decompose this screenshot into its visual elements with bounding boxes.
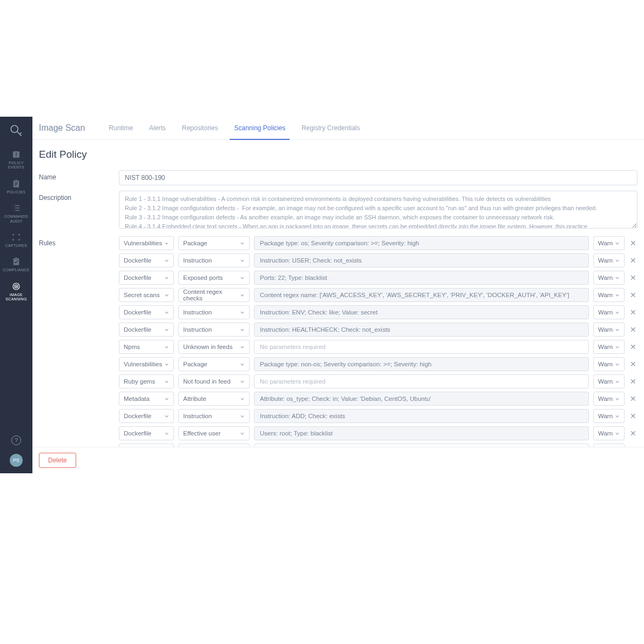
trigger-select[interactable]: Instruction	[178, 409, 250, 423]
remove-rule-button[interactable]: ✕	[629, 325, 638, 334]
chevron-down-icon	[164, 362, 169, 367]
remove-rule-button[interactable]: ✕	[629, 394, 638, 403]
description-field[interactable]	[119, 191, 638, 229]
svg-rect-7	[15, 184, 18, 184]
params-field[interactable]: Package type: non-os; Severity compariso…	[254, 357, 589, 371]
action-select[interactable]: Warn	[593, 236, 625, 250]
sidebar-item-captures[interactable]: CAPTURES	[0, 228, 32, 252]
params-field[interactable]: Attribute: os_type; Check: in; Value: 'D…	[254, 392, 589, 406]
trigger-select[interactable]: Instruction	[178, 253, 250, 267]
chevron-down-icon	[615, 362, 620, 367]
params-field[interactable]: Content regex name: ['AWS_ACCESS_KEY', '…	[254, 288, 589, 302]
remove-rule-button[interactable]: ✕	[629, 377, 638, 386]
remove-rule-button[interactable]: ✕	[629, 360, 638, 368]
remove-rule-button[interactable]: ✕	[629, 343, 638, 351]
trigger-select[interactable]: Package	[178, 236, 250, 250]
chevron-down-icon	[164, 327, 169, 332]
topbar: Image Scan RuntimeAlertsRepositoriesScan…	[32, 117, 644, 140]
action-select[interactable]: Warn	[593, 340, 625, 354]
action-select[interactable]: Warn	[593, 305, 625, 319]
sidebar-item-policy-events[interactable]: POLICY EVENTS	[0, 145, 32, 175]
main: Image Scan RuntimeAlertsRepositoriesScan…	[32, 117, 644, 473]
params-field[interactable]: No parameters required	[254, 340, 589, 354]
sidebar-item-commands-audit[interactable]: COMMANDS AUDIT	[0, 199, 32, 228]
chevron-down-icon	[615, 293, 620, 298]
remove-rule-button[interactable]: ✕	[629, 429, 638, 438]
help-icon[interactable]: ?	[11, 435, 21, 445]
remove-rule-button[interactable]: ✕	[629, 239, 638, 247]
remove-rule-button[interactable]: ✕	[629, 412, 638, 420]
chevron-down-icon	[615, 414, 620, 419]
capture-icon	[11, 232, 21, 242]
remove-rule-button[interactable]: ✕	[629, 308, 638, 317]
gate-select[interactable]: Dockerfile	[119, 426, 174, 440]
params-field[interactable]: Instruction: ADD; Check: exists	[254, 409, 589, 423]
trigger-select[interactable]: Not found in feed	[178, 374, 250, 388]
action-select[interactable]: Warn	[593, 271, 625, 285]
gate-select[interactable]: Secret scans	[119, 288, 174, 302]
params-field[interactable]: Instruction: USER; Check: not_exists	[254, 253, 589, 267]
chevron-down-icon	[615, 431, 620, 436]
trigger-select[interactable]: Content regex checks	[178, 288, 250, 302]
tab-repositories[interactable]: Repositories	[182, 117, 218, 139]
gate-select[interactable]: Vulnerabilities	[119, 236, 174, 250]
trigger-select[interactable]: Effective user	[178, 426, 250, 440]
remove-rule-button[interactable]: ✕	[629, 273, 638, 282]
svg-rect-8	[15, 185, 17, 185]
action-select[interactable]: Warn	[593, 392, 625, 406]
trigger-select[interactable]: Exposed ports	[178, 271, 250, 285]
trigger-select[interactable]: Instruction	[178, 305, 250, 319]
action-select[interactable]: Warn	[593, 374, 625, 388]
svg-rect-5	[15, 179, 18, 181]
gate-select[interactable]: Vulnerabilities	[119, 357, 174, 371]
gate-select[interactable]: Dockerfile	[119, 323, 174, 337]
trigger-select[interactable]: Package	[178, 357, 250, 371]
gate-select[interactable]: Dockerfile	[119, 409, 174, 423]
gate-select[interactable]: Dockerfile	[119, 305, 174, 319]
params-field[interactable]: Ports: 22; Type: blacklist	[254, 271, 589, 285]
chevron-down-icon	[240, 293, 245, 298]
trigger-select[interactable]: Attribute	[178, 392, 250, 406]
chevron-down-icon	[164, 310, 169, 315]
sidebar-item-compliance[interactable]: COMPLIANCE	[0, 252, 32, 277]
params-field[interactable]: Package type: os; Severity comparison: >…	[254, 236, 589, 250]
tab-runtime[interactable]: Runtime	[109, 117, 133, 139]
params-field[interactable]: Instruction: HEALTHCHECK; Check: not_exi…	[254, 323, 589, 337]
sidebar: POLICY EVENTS POLICIES COMMANDS AUDIT CA…	[0, 117, 32, 473]
chevron-down-icon	[240, 379, 245, 384]
trigger-select[interactable]: Instruction	[178, 323, 250, 337]
gate-select[interactable]: Ruby gems	[119, 374, 174, 388]
gate-select[interactable]: Npms	[119, 340, 174, 354]
action-select[interactable]: Warn	[593, 357, 625, 371]
delete-button[interactable]: Delete	[39, 453, 76, 468]
rules-label: Rules	[39, 236, 119, 247]
gate-select[interactable]: Metadata	[119, 392, 174, 406]
action-select[interactable]: Warn	[593, 323, 625, 337]
chevron-down-icon	[615, 379, 620, 384]
sidebar-item-policies[interactable]: POLICIES	[0, 175, 32, 199]
sidebar-label: IMAGE SCANNING	[1, 293, 31, 302]
action-select[interactable]: Warn	[593, 426, 625, 440]
rule-row: VulnerabilitiesPackagePackage type: os; …	[119, 236, 638, 250]
chevron-down-icon	[615, 310, 620, 315]
action-select[interactable]: Warn	[593, 409, 625, 423]
gate-select[interactable]: Dockerfile	[119, 271, 174, 285]
footer: Delete	[32, 447, 644, 473]
gate-select[interactable]: Dockerfile	[119, 253, 174, 267]
rule-row: DockerfileInstructionInstruction: USER; …	[119, 253, 638, 267]
params-field[interactable]: No parameters required	[254, 374, 589, 388]
params-field[interactable]: Instruction: ENV; Check: like; Value: se…	[254, 305, 589, 319]
name-field[interactable]	[119, 170, 638, 185]
tab-scanning-policies[interactable]: Scanning Policies	[234, 117, 285, 139]
sidebar-item-image-scanning[interactable]: IMAGE SCANNING	[0, 277, 32, 306]
remove-rule-button[interactable]: ✕	[629, 256, 638, 265]
action-select[interactable]: Warn	[593, 288, 625, 302]
remove-rule-button[interactable]: ✕	[629, 291, 638, 299]
action-select[interactable]: Warn	[593, 253, 625, 267]
tab-alerts[interactable]: Alerts	[149, 117, 166, 139]
svg-point-19	[16, 286, 17, 287]
tab-registry-credentials[interactable]: Registry Credentials	[301, 117, 360, 139]
trigger-select[interactable]: Unknown in feeds	[178, 340, 250, 354]
avatar[interactable]: PS	[10, 454, 23, 467]
params-field[interactable]: Users: root; Type: blacklist	[254, 426, 589, 440]
